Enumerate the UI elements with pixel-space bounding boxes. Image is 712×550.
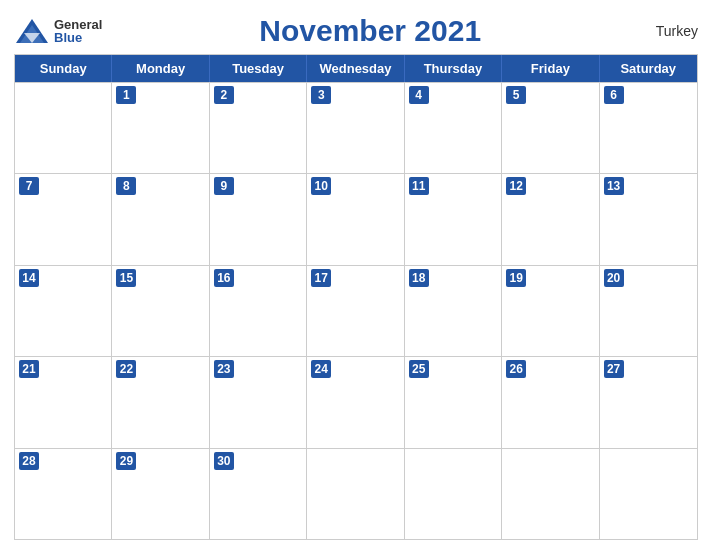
day-cell: 23 [210,357,307,447]
day-number: 6 [604,86,624,104]
logo: General Blue [14,17,102,45]
day-cell [600,449,697,539]
calendar: SundayMondayTuesdayWednesdayThursdayFrid… [14,54,698,540]
day-header-sunday: Sunday [15,55,112,82]
day-cell: 14 [15,266,112,356]
day-number: 9 [214,177,234,195]
day-cell: 28 [15,449,112,539]
day-cell [15,83,112,173]
day-header-tuesday: Tuesday [210,55,307,82]
day-cell: 16 [210,266,307,356]
day-number: 12 [506,177,526,195]
day-header-monday: Monday [112,55,209,82]
day-number: 13 [604,177,624,195]
weeks: 1234567891011121314151617181920212223242… [15,82,697,539]
day-number: 10 [311,177,331,195]
day-cell [307,449,404,539]
day-cell: 26 [502,357,599,447]
day-cell: 21 [15,357,112,447]
week-row-3: 14151617181920 [15,265,697,356]
day-cell: 29 [112,449,209,539]
day-number: 25 [409,360,429,378]
day-cell: 20 [600,266,697,356]
day-number: 2 [214,86,234,104]
week-row-2: 78910111213 [15,173,697,264]
day-cell: 9 [210,174,307,264]
day-number: 1 [116,86,136,104]
day-cell: 7 [15,174,112,264]
day-number: 8 [116,177,136,195]
day-number: 23 [214,360,234,378]
month-title: November 2021 [102,14,638,48]
day-cell: 4 [405,83,502,173]
day-number: 3 [311,86,331,104]
day-number: 19 [506,269,526,287]
week-row-1: 123456 [15,82,697,173]
day-number: 20 [604,269,624,287]
day-number: 22 [116,360,136,378]
day-number: 28 [19,452,39,470]
logo-text: General Blue [54,18,102,44]
day-number: 30 [214,452,234,470]
day-number: 29 [116,452,136,470]
day-cell: 19 [502,266,599,356]
day-cell: 17 [307,266,404,356]
day-cell: 5 [502,83,599,173]
page-header: General Blue November 2021 Turkey [14,10,698,54]
days-header: SundayMondayTuesdayWednesdayThursdayFrid… [15,55,697,82]
day-number: 4 [409,86,429,104]
day-cell: 22 [112,357,209,447]
day-cell: 15 [112,266,209,356]
day-cell: 2 [210,83,307,173]
day-header-wednesday: Wednesday [307,55,404,82]
day-number: 27 [604,360,624,378]
day-cell: 6 [600,83,697,173]
day-header-friday: Friday [502,55,599,82]
day-cell: 12 [502,174,599,264]
day-number: 15 [116,269,136,287]
week-row-5: 282930 [15,448,697,539]
day-number: 7 [19,177,39,195]
day-cell: 13 [600,174,697,264]
day-cell: 27 [600,357,697,447]
day-number: 24 [311,360,331,378]
day-cell: 30 [210,449,307,539]
day-cell: 18 [405,266,502,356]
week-row-4: 21222324252627 [15,356,697,447]
day-cell: 25 [405,357,502,447]
day-cell: 11 [405,174,502,264]
logo-blue: Blue [54,31,102,44]
day-header-saturday: Saturday [600,55,697,82]
day-cell: 3 [307,83,404,173]
country-label: Turkey [638,23,698,39]
day-cell [502,449,599,539]
day-number: 5 [506,86,526,104]
day-number: 26 [506,360,526,378]
day-cell: 1 [112,83,209,173]
day-cell [405,449,502,539]
day-cell: 8 [112,174,209,264]
day-number: 18 [409,269,429,287]
day-cell: 10 [307,174,404,264]
day-number: 11 [409,177,429,195]
day-number: 21 [19,360,39,378]
day-number: 17 [311,269,331,287]
day-number: 14 [19,269,39,287]
logo-icon [14,17,50,45]
day-header-thursday: Thursday [405,55,502,82]
day-cell: 24 [307,357,404,447]
day-number: 16 [214,269,234,287]
